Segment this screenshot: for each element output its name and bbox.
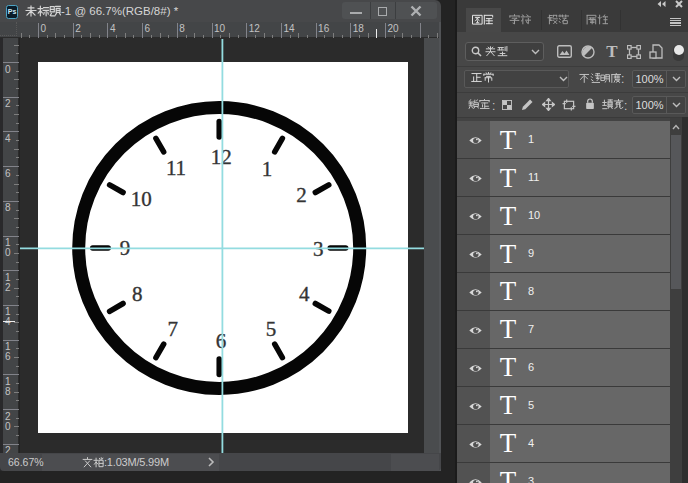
svg-text:11: 11 [166,156,186,180]
svg-text:10: 10 [131,187,152,211]
svg-text:4: 4 [299,282,310,306]
svg-text:5: 5 [266,317,277,341]
svg-text:8: 8 [132,282,143,306]
svg-text:1: 1 [262,157,273,181]
svg-text:6: 6 [216,329,227,353]
svg-text:2: 2 [296,183,307,207]
svg-text:7: 7 [167,317,178,341]
svg-text:12: 12 [211,145,232,169]
